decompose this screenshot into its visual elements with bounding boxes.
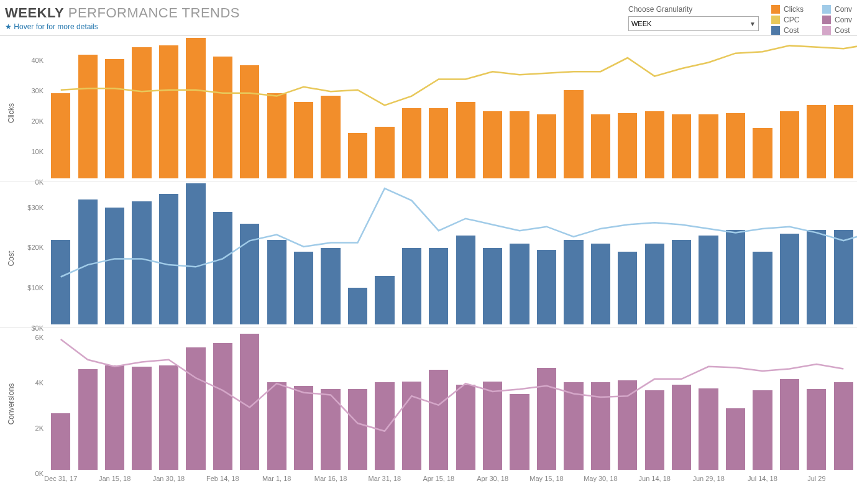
granularity-label: Choose Granularity: [628, 5, 759, 14]
hover-hint: Hover for for more details: [5, 22, 240, 31]
y-tick: 10K: [31, 148, 44, 155]
title-block: WEEKLY PERFORMANCE TRENDS Hover for for …: [5, 5, 240, 35]
y-tick: 2K: [35, 424, 44, 432]
y-tick: 40K: [31, 57, 44, 64]
header: WEEKLY PERFORMANCE TRENDS Hover for for …: [0, 0, 857, 35]
x-tick: Jul 29: [807, 475, 825, 482]
chart-panel-conversions: Conversions0K2K4K6K: [0, 327, 857, 472]
legend-item[interactable]: CPC: [771, 16, 804, 24]
chart-panel-cost: Cost$0K$10K$20K$30K: [0, 181, 857, 326]
line-series: [47, 330, 857, 475]
legend-label: Cost: [835, 26, 850, 35]
legend-swatch: [822, 26, 831, 35]
y-tick: $30K: [27, 204, 44, 211]
charts-area: Clicks0K10K20K30K40KCost$0K$10K$20K$30KC…: [0, 35, 857, 487]
legend-label: Conv: [835, 16, 852, 24]
legend: ClicksCPCCost ConvConvCost: [771, 5, 852, 35]
y-tick: 30K: [31, 87, 44, 94]
x-tick: May 15, 18: [529, 475, 563, 482]
x-tick: Jun 14, 18: [639, 475, 671, 482]
plot-area[interactable]: [47, 184, 857, 324]
y-tick: 20K: [31, 117, 44, 125]
legend-label: Cost: [784, 26, 799, 35]
page-title: WEEKLY PERFORMANCE TRENDS: [5, 5, 240, 21]
line-series: [47, 184, 857, 329]
line-path[interactable]: [61, 44, 857, 105]
legend-item[interactable]: Clicks: [771, 5, 804, 14]
title-strong: WEEKLY: [5, 5, 64, 21]
legend-swatch: [771, 26, 780, 35]
x-tick: Dec 31, 17: [44, 475, 77, 482]
granularity-control: Choose Granularity WEEK ▼: [628, 5, 759, 31]
x-tick: Feb 14, 18: [206, 475, 239, 482]
line-path[interactable]: [61, 339, 844, 431]
legend-swatch: [822, 5, 831, 14]
x-tick: Mar 31, 18: [369, 475, 401, 482]
chevron-down-icon: ▼: [749, 21, 756, 27]
controls: Choose Granularity WEEK ▼ ClicksCPCCost …: [628, 5, 852, 35]
legend-label: Clicks: [784, 5, 804, 14]
legend-col-1: ClicksCPCCost: [771, 5, 804, 35]
plot-area[interactable]: [47, 330, 857, 470]
legend-item[interactable]: Cost: [822, 26, 852, 35]
granularity-value: WEEK: [631, 20, 651, 27]
x-tick: Apr 30, 18: [477, 475, 508, 482]
line-series: [47, 39, 857, 184]
legend-col-2: ConvConvCost: [822, 5, 852, 35]
y-ticks: 0K10K20K30K40K: [0, 36, 47, 181]
plot-area[interactable]: [47, 39, 857, 178]
legend-label: Conv: [835, 5, 852, 14]
chart-panel-clicks: Clicks0K10K20K30K40K: [0, 35, 857, 181]
x-tick: Jan 15, 18: [99, 475, 131, 482]
legend-item[interactable]: Conv: [822, 5, 852, 14]
x-tick: Jul 14, 18: [748, 475, 777, 482]
legend-swatch: [771, 16, 780, 24]
legend-item[interactable]: Conv: [822, 16, 852, 24]
y-tick: 6K: [35, 334, 44, 341]
legend-item[interactable]: Cost: [771, 26, 804, 35]
y-ticks: $0K$10K$20K$30K: [0, 181, 47, 326]
y-tick: 4K: [35, 379, 44, 387]
x-tick: Apr 15, 18: [423, 475, 454, 482]
legend-label: CPC: [784, 16, 799, 24]
y-ticks: 0K2K4K6K: [0, 328, 47, 472]
y-tick: 0K: [35, 470, 44, 477]
x-tick: Jun 29, 18: [692, 475, 724, 482]
title-light: PERFORMANCE TRENDS: [68, 5, 240, 21]
granularity-select[interactable]: WEEK ▼: [628, 16, 759, 31]
legend-swatch: [771, 5, 780, 14]
x-tick: Mar 1, 18: [262, 475, 291, 482]
y-tick: $10K: [27, 284, 44, 291]
legend-swatch: [822, 16, 831, 24]
x-tick: May 30, 18: [584, 475, 617, 482]
x-axis: Dec 31, 17Jan 15, 18Jan 30, 18Feb 14, 18…: [47, 472, 857, 487]
y-tick: $20K: [27, 244, 44, 251]
x-tick: Jan 30, 18: [153, 475, 185, 482]
line-path[interactable]: [61, 189, 857, 277]
x-tick: Mar 16, 18: [314, 475, 347, 482]
